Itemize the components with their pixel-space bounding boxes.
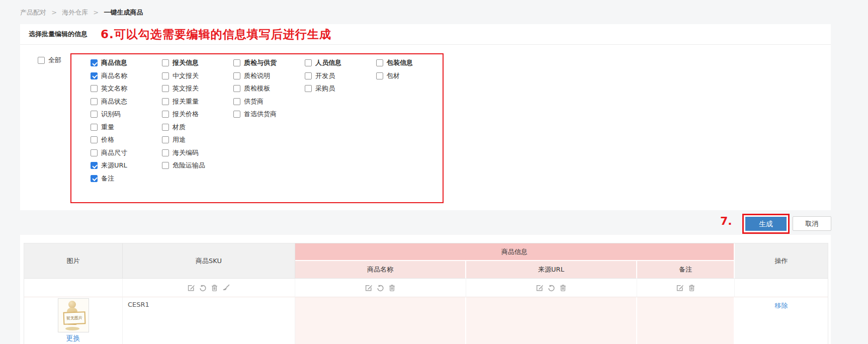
brush-icon[interactable] [222, 284, 230, 292]
checkbox-label: 材质 [172, 123, 186, 132]
checkbox-item[interactable]: 质检与供货 [233, 58, 305, 67]
no-image-sign: 暂无图片 [63, 311, 85, 325]
checkbox-item[interactable]: 英文报关 [162, 84, 233, 93]
cancel-button[interactable]: 取消 [793, 216, 831, 231]
trash-icon[interactable] [388, 284, 396, 292]
checkbox-column: 质检与供货质检说明质检模板供货商首选供货商 [233, 56, 305, 202]
breadcrumb-separator: > [93, 9, 99, 16]
edit-icon[interactable] [536, 284, 544, 292]
checkbox[interactable] [91, 162, 98, 169]
checkbox[interactable] [233, 85, 240, 92]
checkbox[interactable] [162, 162, 169, 169]
checkbox-item[interactable]: 商品状态 [91, 97, 162, 106]
checkbox[interactable] [162, 59, 169, 66]
checkbox[interactable] [91, 149, 98, 156]
checkbox-item[interactable]: 用途 [162, 135, 233, 144]
checkbox[interactable] [162, 136, 169, 143]
checkbox[interactable] [233, 98, 240, 105]
undo-icon[interactable] [377, 284, 384, 292]
checkbox[interactable] [162, 85, 169, 92]
checkbox-column: 报关信息中文报关英文报关报关重量报关价格材质用途海关编码危险运输品 [162, 56, 233, 202]
replace-image-link[interactable]: 更换 [66, 334, 80, 343]
checkbox-label: 包装信息 [387, 58, 413, 67]
checkbox-item[interactable]: 质检说明 [233, 71, 305, 80]
checkbox[interactable] [305, 72, 312, 79]
breadcrumb-item-overseas-warehouse[interactable]: 海外仓库 [62, 9, 88, 16]
checkbox[interactable] [91, 175, 98, 182]
checkbox-item[interactable]: 开发员 [305, 71, 376, 80]
checkbox-item[interactable]: 包材 [376, 71, 448, 80]
checkbox[interactable] [162, 72, 169, 79]
checkbox-label: 中文报关 [172, 71, 199, 80]
action-cell: 移除 [735, 297, 828, 344]
checkbox[interactable] [376, 59, 383, 66]
checkbox[interactable] [305, 85, 312, 92]
checkbox-item[interactable]: 备注 [91, 174, 162, 183]
checkbox-item-all[interactable]: 全部 [38, 56, 61, 65]
source-url-cell[interactable] [466, 297, 637, 344]
tools-cell-image [24, 279, 123, 297]
checkbox[interactable] [91, 124, 98, 131]
checkbox-item[interactable]: 商品名称 [91, 71, 162, 80]
checkbox[interactable] [162, 111, 169, 118]
checkbox[interactable] [233, 59, 240, 66]
checkbox[interactable] [91, 136, 98, 143]
checkbox[interactable] [162, 149, 169, 156]
edit-icon[interactable] [365, 284, 373, 292]
product-image-placeholder[interactable]: 暂无图片 [58, 298, 89, 332]
checkbox-item[interactable]: 报关信息 [162, 58, 233, 67]
checkbox[interactable] [376, 72, 383, 79]
column-header-sku: 商品SKU [123, 243, 295, 279]
checkbox-item[interactable]: 中文报关 [162, 71, 233, 80]
checkbox[interactable] [233, 72, 240, 79]
checkbox[interactable] [91, 85, 98, 92]
checkbox-item[interactable]: 采购员 [305, 84, 376, 93]
checkbox-item[interactable]: 危险运输品 [162, 161, 233, 170]
checkbox[interactable] [233, 111, 240, 118]
checkbox-item[interactable]: 首选供货商 [233, 110, 305, 119]
generate-button[interactable]: 生成 [745, 217, 787, 231]
checkbox-item[interactable]: 材质 [162, 123, 233, 132]
checkbox-item[interactable]: 报关重量 [162, 97, 233, 106]
checkbox-item[interactable]: 商品信息 [91, 58, 162, 67]
checkbox-item[interactable]: 质检模板 [233, 84, 305, 93]
undo-icon[interactable] [548, 284, 555, 292]
checkbox-label: 质检与供货 [244, 58, 277, 67]
checkbox-label: 用途 [172, 135, 186, 144]
trash-icon[interactable] [559, 284, 567, 292]
checkbox-label: 质检模板 [244, 84, 270, 93]
checkbox-item[interactable]: 重量 [91, 123, 162, 132]
remark-cell[interactable] [637, 297, 735, 344]
panel-title: 选择批量编辑的信息 [29, 30, 88, 39]
trash-icon[interactable] [688, 284, 696, 292]
checkbox[interactable] [91, 111, 98, 118]
edit-icon[interactable] [676, 284, 684, 292]
checkbox-item[interactable]: 商品尺寸 [91, 148, 162, 157]
breadcrumb-item-product-pairing[interactable]: 产品配对 [20, 9, 46, 16]
checkbox[interactable] [91, 59, 98, 66]
checkbox-item[interactable]: 海关编码 [162, 148, 233, 157]
checkbox-item[interactable]: 报关价格 [162, 110, 233, 119]
checkbox-item[interactable]: 识别码 [91, 110, 162, 119]
remove-row-link[interactable]: 移除 [775, 302, 788, 309]
checkbox-label: 识别码 [101, 110, 121, 119]
checkbox-item[interactable]: 价格 [91, 135, 162, 144]
checkbox-item[interactable]: 供货商 [233, 97, 305, 106]
checkbox-item[interactable]: 英文名称 [91, 84, 162, 93]
checkbox-item[interactable]: 来源URL [91, 161, 162, 170]
checkbox[interactable] [91, 98, 98, 105]
checkbox-label: 质检说明 [244, 71, 270, 80]
checkbox-label: 来源URL [101, 161, 127, 170]
name-cell[interactable] [295, 297, 466, 344]
checkbox-label: 商品信息 [101, 58, 127, 67]
checkbox[interactable] [91, 72, 98, 79]
checkbox-item[interactable]: 人员信息 [305, 58, 376, 67]
edit-icon[interactable] [188, 284, 195, 292]
undo-icon[interactable] [199, 284, 207, 292]
trash-icon[interactable] [211, 284, 218, 292]
checkbox[interactable] [162, 98, 169, 105]
checkbox-item[interactable]: 包装信息 [376, 58, 448, 67]
checkbox[interactable] [38, 57, 45, 64]
checkbox[interactable] [162, 124, 169, 131]
checkbox[interactable] [305, 59, 312, 66]
